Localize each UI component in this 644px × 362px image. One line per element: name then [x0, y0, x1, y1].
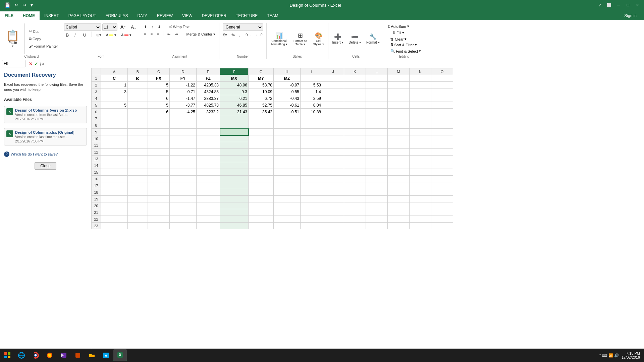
cell-B2[interactable]: [128, 82, 148, 88]
cell-A7[interactable]: [101, 115, 128, 122]
confirm-formula-icon[interactable]: ✓: [34, 61, 38, 66]
cell-F6[interactable]: 31.43: [220, 109, 249, 115]
decrease-font-button[interactable]: A↓: [129, 24, 138, 31]
cell-M1[interactable]: [388, 75, 410, 82]
cell-A9[interactable]: [101, 129, 128, 135]
cell-A6[interactable]: [101, 109, 128, 115]
cell-L6[interactable]: [366, 109, 388, 115]
decrease-decimal-button[interactable]: ←.0: [254, 32, 264, 38]
cell-E1[interactable]: FZ: [197, 75, 220, 82]
cell-H9[interactable]: [274, 129, 301, 135]
redo-icon[interactable]: ↪: [21, 2, 28, 8]
cell-K6[interactable]: [344, 109, 366, 115]
row-num-9[interactable]: 9: [92, 129, 101, 135]
align-right-button[interactable]: ≡: [155, 31, 161, 38]
taskbar-clock[interactable]: 7:15 PM 17/02/2016: [622, 351, 640, 359]
cell-C4[interactable]: 6: [148, 95, 170, 102]
taskbar-windows-button[interactable]: e: [99, 349, 113, 361]
conditional-formatting-button[interactable]: 📊 ConditionalFormatting ▾: [269, 29, 290, 48]
start-button[interactable]: [1, 349, 13, 361]
accounting-format-button[interactable]: $▾: [221, 32, 229, 38]
col-header-C[interactable]: C: [148, 68, 170, 75]
tab-developer[interactable]: DEVELOPER: [197, 11, 231, 20]
clear-button[interactable]: 🗑 Clear ▾: [388, 36, 408, 42]
align-bottom-button[interactable]: ⬇: [156, 23, 162, 30]
cell-D5[interactable]: -3.77: [170, 102, 197, 109]
sort-filter-button[interactable]: ⇅ Sort & Filter ▾: [389, 42, 423, 48]
cell-E6[interactable]: 3232.2: [197, 109, 220, 115]
ribbon-display-icon[interactable]: ⬜: [606, 2, 612, 8]
font-color-button[interactable]: A▾: [119, 32, 133, 38]
cell-K7[interactable]: [344, 115, 366, 122]
cell-K3[interactable]: [344, 88, 366, 95]
row-num-5[interactable]: 5: [92, 102, 101, 109]
cell-G5[interactable]: 52.75: [249, 102, 274, 109]
find-select-button[interactable]: 🔍 Find & Select ▾: [389, 48, 423, 54]
cell-J2[interactable]: [322, 82, 344, 88]
cell-H5[interactable]: -0.61: [274, 102, 301, 109]
cell-O1[interactable]: [431, 75, 453, 82]
col-header-G[interactable]: G: [249, 68, 274, 75]
cell-M9[interactable]: [388, 129, 410, 135]
merge-center-button[interactable]: Merge & Center ▾: [184, 31, 217, 38]
paste-dropdown-icon[interactable]: ▾: [12, 45, 13, 48]
font-name-select[interactable]: Calibri: [64, 23, 101, 31]
help-link[interactable]: ? Which file do I want to save?: [4, 152, 87, 157]
cell-H3[interactable]: -0.55: [274, 88, 301, 95]
cell-H8[interactable]: [274, 122, 301, 129]
minimize-icon[interactable]: ─: [615, 2, 622, 8]
taskbar-firefox-button[interactable]: [43, 349, 56, 361]
cell-D7[interactable]: [170, 115, 197, 122]
cell-L4[interactable]: [366, 95, 388, 102]
cut-button[interactable]: ✂ Cut: [27, 28, 60, 35]
cell-B9[interactable]: [128, 129, 148, 135]
cell-O6[interactable]: [431, 109, 453, 115]
cell-D9[interactable]: [170, 129, 197, 135]
col-header-H[interactable]: H: [274, 68, 301, 75]
taskbar-vs-button[interactable]: [57, 349, 70, 361]
cell-L1[interactable]: [366, 75, 388, 82]
cell-D4[interactable]: -1.47: [170, 95, 197, 102]
autosum-button[interactable]: Σ AutoSum ▾: [386, 23, 411, 29]
cell-H2[interactable]: -0.97: [274, 82, 301, 88]
paste-button[interactable]: 📋 Paste ▾: [3, 29, 22, 48]
cell-H1[interactable]: MZ: [274, 75, 301, 82]
cell-J7[interactable]: [322, 115, 344, 122]
tab-page-layout[interactable]: PAGE LAYOUT: [64, 11, 101, 20]
align-middle-button[interactable]: ↕: [150, 23, 155, 30]
help-icon[interactable]: ?: [596, 2, 603, 8]
fill-color-button[interactable]: A▾: [104, 32, 118, 38]
tab-file[interactable]: FILE: [0, 11, 18, 20]
maximize-icon[interactable]: □: [625, 2, 631, 8]
italic-button[interactable]: I: [73, 32, 80, 38]
cell-A4[interactable]: [101, 95, 128, 102]
cell-J6[interactable]: [322, 109, 344, 115]
cell-K9[interactable]: [344, 129, 366, 135]
cell-A3[interactable]: 3: [101, 88, 128, 95]
cell-N7[interactable]: [410, 115, 431, 122]
cell-O3[interactable]: [431, 88, 453, 95]
cell-E5[interactable]: 4825.73: [197, 102, 220, 109]
cell-F8[interactable]: [220, 122, 249, 129]
cell-C7[interactable]: [148, 115, 170, 122]
taskbar-chrome-button[interactable]: [29, 349, 42, 361]
row-num-3[interactable]: 3: [92, 88, 101, 95]
cell-I5[interactable]: 8.04: [301, 102, 322, 109]
cell-K8[interactable]: [344, 122, 366, 129]
wrap-text-button[interactable]: ⏎ Wrap Text: [167, 23, 191, 30]
cell-G1[interactable]: MY: [249, 75, 274, 82]
align-top-button[interactable]: ⬆: [142, 23, 149, 30]
cell-M2[interactable]: [388, 82, 410, 88]
cell-O2[interactable]: [431, 82, 453, 88]
col-header-J[interactable]: J: [322, 68, 344, 75]
cell-A8[interactable]: [101, 122, 128, 129]
cell-G9[interactable]: [249, 129, 274, 135]
cell-I6[interactable]: 10.88: [301, 109, 322, 115]
cell-G8[interactable]: [249, 122, 274, 129]
cell-C3[interactable]: 5: [148, 88, 170, 95]
insert-function-icon[interactable]: ƒx: [40, 61, 44, 66]
font-size-select[interactable]: 11: [102, 23, 117, 31]
undo-icon[interactable]: ↩: [13, 2, 20, 8]
cell-L9[interactable]: [366, 129, 388, 135]
cell-G2[interactable]: 53.78: [249, 82, 274, 88]
